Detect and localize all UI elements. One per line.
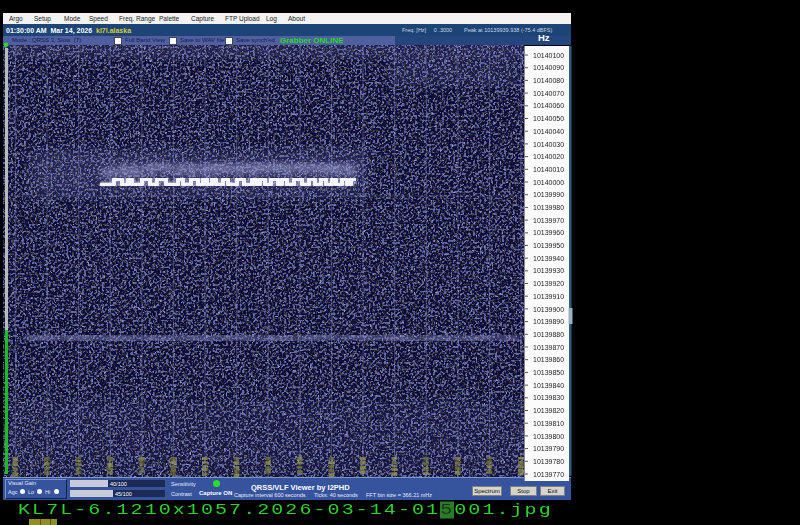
svg-text:10140070: 10140070 (533, 90, 564, 97)
svg-text:10139940: 10139940 (533, 255, 564, 262)
svg-text:10139960: 10139960 (533, 229, 564, 236)
svg-text:10139810: 10139810 (533, 420, 564, 427)
svg-text:10140100: 10140100 (533, 52, 564, 59)
svg-text:10139840: 10139840 (533, 382, 564, 389)
svg-text:10139850: 10139850 (533, 369, 564, 376)
svg-text:10139920: 10139920 (533, 280, 564, 287)
svg-text:10140000: 10140000 (533, 179, 564, 186)
svg-text:10140020: 10140020 (533, 153, 564, 160)
svg-text:10140050: 10140050 (533, 115, 564, 122)
svg-text:10140040: 10140040 (533, 128, 564, 135)
svg-text:10140080: 10140080 (533, 77, 564, 84)
svg-text:10139970: 10139970 (533, 217, 564, 224)
svg-text:10139880: 10139880 (533, 331, 564, 338)
svg-text:10139950: 10139950 (533, 242, 564, 249)
svg-text:10139830: 10139830 (533, 394, 564, 401)
svg-text:10139930: 10139930 (533, 267, 564, 274)
svg-text:10139870: 10139870 (533, 344, 564, 351)
svg-text:10139780: 10139780 (533, 458, 564, 465)
svg-text:10139770: 10139770 (533, 471, 564, 478)
svg-text:10140090: 10140090 (533, 64, 564, 71)
svg-text:10139980: 10139980 (533, 204, 564, 211)
svg-text:10139800: 10139800 (533, 433, 564, 440)
svg-text:10139890: 10139890 (533, 318, 564, 325)
svg-text:10139790: 10139790 (533, 445, 564, 452)
svg-text:10139910: 10139910 (533, 293, 564, 300)
svg-text:10140030: 10140030 (533, 141, 564, 148)
svg-text:10139990: 10139990 (533, 191, 564, 198)
svg-text:10139860: 10139860 (533, 356, 564, 363)
svg-text:10140010: 10140010 (533, 166, 564, 173)
svg-text:10140060: 10140060 (533, 102, 564, 109)
svg-text:10139820: 10139820 (533, 407, 564, 414)
svg-text:10139900: 10139900 (533, 306, 564, 313)
